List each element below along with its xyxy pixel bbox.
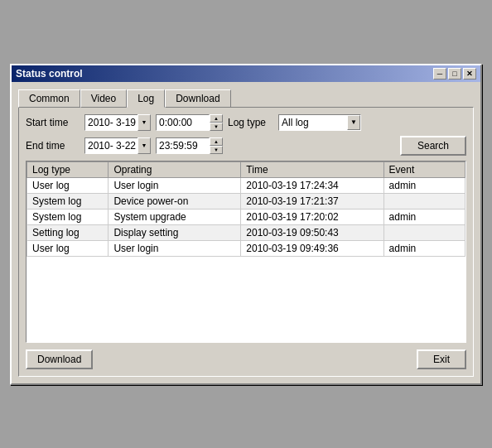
end-date-dropdown-arrow[interactable]: ▼ [137, 137, 151, 154]
title-bar: Status control ─ □ ✕ [12, 65, 480, 82]
exit-button[interactable]: Exit [417, 349, 466, 369]
end-date-wrapper: ▼ [84, 137, 151, 154]
cell-log_type: System log [27, 193, 109, 209]
cell-log_type: User log [27, 177, 109, 193]
cell-event [383, 193, 465, 209]
cell-event: admin [383, 177, 465, 193]
cell-event: admin [383, 240, 465, 256]
start-time-row: Start time ▼ ▲ ▼ Log type All log [26, 114, 466, 131]
bottom-buttons: Download Exit [26, 349, 466, 369]
window-title: Status control [16, 68, 83, 79]
table-row[interactable]: User logUser login2010-03-19 17:24:34adm… [27, 177, 465, 193]
log-table-container: Log type Oprating Time Event User logUse… [26, 161, 466, 343]
cell-event: admin [383, 209, 465, 224]
cell-log_type: User log [27, 240, 109, 256]
download-button[interactable]: Download [26, 349, 93, 369]
cell-operating: System upgrade [109, 209, 241, 224]
tab-content: Start time ▼ ▲ ▼ Log type All log [18, 107, 474, 377]
cell-time: 2010-03-19 17:24:34 [241, 177, 383, 193]
log-table-body: User logUser login2010-03-19 17:24:34adm… [27, 177, 465, 256]
table-header-row: Log type Oprating Time Event [27, 161, 465, 177]
tab-common[interactable]: Common [18, 89, 80, 108]
cell-event [383, 224, 465, 240]
col-header-operating: Oprating [109, 161, 241, 177]
tab-bar: Common Video Log Download [18, 89, 474, 107]
start-date-dropdown-arrow[interactable]: ▼ [137, 114, 151, 131]
cell-time: 2010-03-19 09:49:36 [241, 240, 383, 256]
col-header-event: Event [383, 161, 465, 177]
log-type-select[interactable]: All log User log System log Setting log [278, 114, 361, 131]
status-control-window: Status control ─ □ ✕ Common Video Log Do… [10, 64, 482, 385]
cell-time: 2010-03-19 09:50:43 [241, 224, 383, 240]
table-row[interactable]: System logSystem upgrade2010-03-19 17:20… [27, 209, 465, 224]
end-time-label: End time [26, 140, 80, 152]
end-time-up[interactable]: ▲ [210, 137, 223, 146]
tab-log[interactable]: Log [127, 89, 165, 108]
cell-log_type: Setting log [27, 224, 109, 240]
table-row[interactable]: System logDevice power-on2010-03-19 17:2… [27, 193, 465, 209]
cell-operating: Device power-on [109, 193, 241, 209]
tab-download[interactable]: Download [165, 89, 230, 108]
maximize-button[interactable]: □ [448, 68, 461, 79]
table-row[interactable]: Setting logDisplay setting2010-03-19 09:… [27, 224, 465, 240]
log-type-label: Log type [228, 117, 273, 128]
start-date-wrapper: ▼ [84, 114, 151, 131]
search-button[interactable]: Search [400, 136, 466, 156]
log-table: Log type Oprating Time Event User logUse… [27, 161, 465, 257]
end-time-row: End time ▼ ▲ ▼ Search [26, 136, 466, 156]
cell-time: 2010-03-19 17:21:37 [241, 193, 383, 209]
end-time-down[interactable]: ▼ [210, 146, 223, 154]
cell-time: 2010-03-19 17:20:02 [241, 209, 383, 224]
minimize-button[interactable]: ─ [433, 68, 446, 79]
cell-operating: User login [109, 177, 241, 193]
end-time-wrapper: ▲ ▼ [156, 137, 223, 154]
cell-operating: Display setting [109, 224, 241, 240]
table-row[interactable]: User logUser login2010-03-19 09:49:36adm… [27, 240, 465, 256]
search-btn-wrapper: Search [400, 136, 466, 156]
start-time-down[interactable]: ▼ [210, 123, 223, 131]
start-time-up[interactable]: ▲ [210, 114, 223, 123]
col-header-log-type: Log type [27, 161, 109, 177]
col-header-time: Time [241, 161, 383, 177]
end-time-spinners: ▲ ▼ [210, 137, 223, 154]
title-bar-buttons: ─ □ ✕ [433, 68, 476, 79]
start-time-spinners: ▲ ▼ [210, 114, 223, 131]
start-time-label: Start time [26, 117, 80, 128]
start-time-input[interactable] [156, 114, 210, 131]
cell-operating: User login [109, 240, 241, 256]
end-time-input[interactable] [156, 137, 210, 154]
window-body: Common Video Log Download Start time ▼ [12, 82, 480, 383]
cell-log_type: System log [27, 209, 109, 224]
start-time-wrapper: ▲ ▼ [156, 114, 223, 131]
log-type-wrapper: All log User log System log Setting log … [278, 114, 361, 131]
tab-video[interactable]: Video [80, 89, 127, 108]
close-button[interactable]: ✕ [463, 68, 476, 79]
